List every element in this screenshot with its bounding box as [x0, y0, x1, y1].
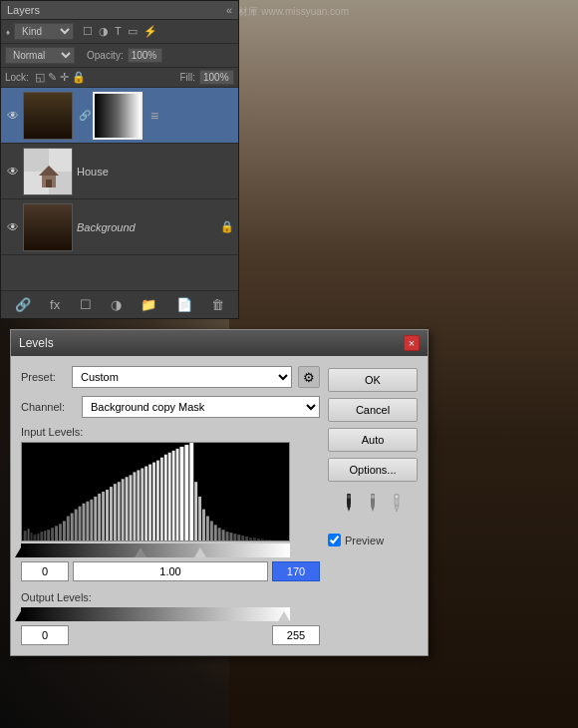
opacity-input[interactable] [128, 48, 162, 63]
fill-label: Fill: [179, 72, 195, 83]
lock-move-icon[interactable]: ✛ [60, 71, 69, 84]
histogram-svg [22, 443, 289, 541]
preset-row: Preset: Custom ⚙ [21, 366, 320, 388]
dialog-content: Preset: Custom ⚙ Channel: Background cop… [11, 356, 428, 655]
layer-filter-icons: ☐ ◑ T ▭ ⚡ [81, 24, 159, 39]
svg-rect-48 [180, 447, 184, 541]
white-eyedropper-btn[interactable] [387, 492, 407, 520]
layer-name-background: Background [77, 221, 216, 233]
pixel-filter-icon[interactable]: ☐ [81, 24, 95, 39]
smart-filter-icon[interactable]: ⚡ [142, 24, 159, 39]
layer-eye-background[interactable]: 👁 [5, 219, 21, 235]
preview-row: Preview [328, 534, 418, 546]
svg-rect-9 [31, 533, 33, 541]
collapse-icon[interactable]: « [226, 4, 232, 16]
svg-rect-24 [86, 502, 89, 541]
channel-select[interactable]: Background copy Mask [82, 396, 320, 418]
svg-rect-42 [156, 461, 159, 541]
svg-rect-37 [137, 470, 140, 541]
layer-mask-btn[interactable]: ☐ [78, 295, 94, 314]
adjust-filter-icon[interactable]: ◑ [97, 24, 111, 39]
layer-item-background-copy[interactable]: 👁 🔗 ≡ [1, 88, 238, 144]
svg-rect-12 [40, 532, 43, 541]
svg-rect-51 [194, 482, 197, 541]
black-eyedropper-btn[interactable] [339, 492, 359, 520]
fill-input[interactable] [199, 70, 234, 85]
link-layers-btn[interactable]: 🔗 [13, 295, 33, 314]
output-slider[interactable] [21, 607, 290, 621]
layer-styles-btn[interactable]: fx [48, 295, 62, 314]
kind-filter-row: ⬧ Kind ☐ ◑ T ▭ ⚡ [1, 20, 238, 44]
lock-all-icon[interactable]: 🔒 [72, 71, 86, 84]
svg-rect-19 [67, 517, 70, 542]
input-black-value[interactable] [21, 561, 69, 581]
adjustment-btn[interactable]: ◑ [109, 295, 124, 314]
blend-mode-select[interactable]: Normal [5, 47, 75, 64]
preset-select[interactable]: Custom [72, 366, 292, 388]
svg-rect-35 [130, 475, 133, 541]
gear-btn[interactable]: ⚙ [298, 366, 320, 388]
svg-rect-66 [253, 538, 256, 541]
input-slider[interactable] [21, 544, 290, 557]
svg-rect-64 [245, 537, 248, 541]
text-filter-icon[interactable]: T [113, 24, 124, 39]
preview-label: Preview [345, 535, 384, 546]
shape-filter-icon[interactable]: ▭ [126, 24, 140, 39]
input-mid-handle[interactable] [135, 547, 146, 557]
layer-item-background[interactable]: 👁 Background 🔒 [1, 199, 238, 255]
input-mid-value[interactable] [73, 561, 268, 581]
svg-rect-50 [189, 443, 193, 541]
layer-thumb-mask[interactable] [93, 92, 143, 140]
layer-eye-house[interactable]: 👁 [5, 164, 21, 180]
lock-transparent-icon[interactable]: ◱ [35, 71, 45, 84]
svg-rect-58 [222, 530, 225, 541]
new-group-btn[interactable]: 📁 [139, 295, 158, 314]
output-black-handle[interactable] [15, 611, 27, 621]
lock-paint-icon[interactable]: ✎ [48, 71, 57, 84]
svg-rect-20 [71, 514, 74, 541]
input-values-row [21, 561, 320, 581]
layers-titlebar: Layers « [1, 1, 238, 20]
gray-eyedropper-btn[interactable] [363, 492, 383, 520]
svg-rect-31 [114, 484, 117, 541]
options-btn[interactable]: Options... [328, 458, 418, 482]
new-layer-btn[interactable]: 📄 [174, 295, 194, 314]
lock-row: Lock: ◱ ✎ ✛ 🔒 Fill: [1, 68, 238, 88]
lock-label: Lock: [5, 72, 29, 83]
svg-rect-74 [284, 540, 287, 541]
svg-marker-82 [395, 506, 399, 512]
output-white-handle[interactable] [278, 611, 290, 621]
channel-row: Channel: Background copy Mask [21, 396, 320, 418]
svg-rect-62 [237, 535, 240, 541]
dialog-titlebar: Levels × [11, 330, 428, 356]
svg-rect-41 [152, 463, 155, 541]
svg-rect-36 [133, 472, 136, 541]
svg-rect-16 [55, 526, 58, 541]
svg-rect-26 [94, 497, 97, 541]
layer-item-house[interactable]: 👁 House [1, 144, 238, 199]
auto-btn[interactable]: Auto [328, 428, 418, 452]
output-values-row [21, 625, 320, 645]
layer-eye-background-copy[interactable]: 👁 [5, 108, 21, 124]
svg-rect-28 [102, 492, 105, 541]
layer-name-house: House [77, 166, 234, 178]
svg-rect-6 [46, 180, 52, 187]
ok-btn[interactable]: OK [328, 368, 418, 392]
input-white-handle[interactable] [194, 547, 206, 557]
svg-rect-67 [257, 539, 260, 541]
svg-rect-25 [90, 500, 93, 541]
preview-checkbox[interactable] [328, 534, 341, 546]
svg-rect-70 [269, 540, 272, 541]
input-white-value[interactable] [272, 561, 320, 581]
input-black-handle[interactable] [15, 547, 27, 557]
layer-options-icon[interactable]: ≡ [150, 108, 158, 124]
cancel-btn[interactable]: Cancel [328, 398, 418, 422]
svg-rect-68 [261, 539, 264, 541]
svg-rect-0 [24, 148, 49, 172]
delete-layer-btn[interactable]: 🗑 [209, 295, 226, 314]
dialog-left: Preset: Custom ⚙ Channel: Background cop… [21, 366, 320, 645]
kind-select[interactable]: Kind [14, 23, 74, 40]
dialog-close-btn[interactable]: × [404, 335, 420, 351]
output-white-value[interactable] [272, 625, 320, 645]
output-black-value[interactable] [21, 625, 69, 645]
